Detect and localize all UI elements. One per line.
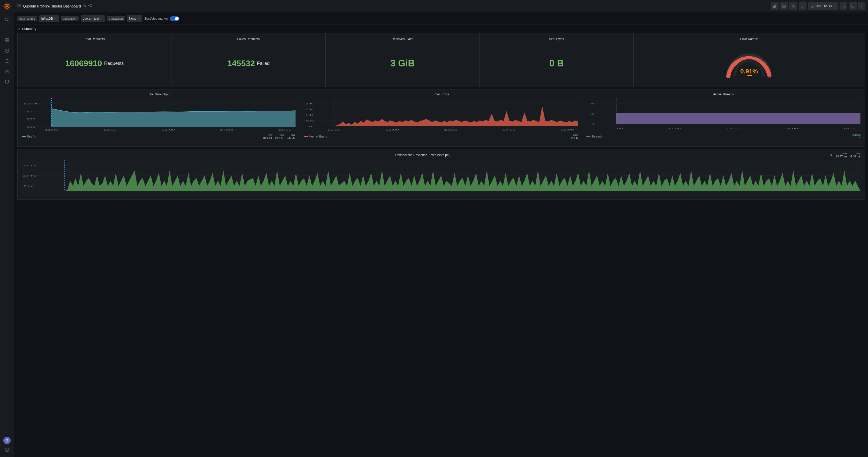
data-source-label: data_source — [17, 16, 37, 21]
application-select[interactable]: quorum test — [81, 15, 105, 22]
throughput-legend-label: Req / s — [27, 135, 36, 138]
svg-rect-13 — [5, 41, 7, 42]
plus-icon[interactable] — [2, 25, 12, 35]
failed-requests-title: Failed Requests — [177, 37, 320, 41]
throughput-min: 856.83 — [263, 136, 272, 139]
svg-rect-14 — [7, 41, 9, 42]
total-requests-value: 16069910 Requests — [23, 44, 166, 83]
errors-chart-title: Total Errors — [304, 93, 434, 96]
failed-requests-unit: Failed — [257, 61, 270, 66]
summary-section-header: Summary — [17, 27, 434, 31]
application-label: application — [61, 16, 79, 21]
svg-text:2 K: 2 K — [305, 108, 313, 111]
svg-text:5 ms: 5 ms — [24, 185, 34, 187]
throughput-svg: 1.00 K 950 900 850 11:00 12:00 13:00 14:… — [22, 98, 296, 132]
svg-point-16 — [6, 50, 7, 51]
svg-rect-21 — [20, 4, 21, 5]
throughput-chart-area: 1.00 K 950 900 850 11:00 12:00 13:00 14:… — [22, 98, 296, 132]
charts-row: Total Throughput 1.00 K 950 — [17, 89, 434, 146]
grafana-logo[interactable] — [3, 2, 11, 10]
svg-point-7 — [5, 18, 8, 21]
search-icon[interactable] — [2, 15, 12, 24]
svg-point-2 — [6, 5, 8, 7]
failed-requests-number: 145532 — [227, 59, 255, 68]
total-requests-number: 16069910 — [65, 59, 102, 68]
svg-line-28 — [90, 6, 91, 6]
throughput-chart-card: Total Throughput 1.00 K 950 — [18, 90, 300, 146]
data-source-select[interactable]: InfluxDB — [39, 15, 59, 22]
errors-chart-area: 2 K 2 K 1 K 500 0 11:00 12:00 13:00 14:0… — [304, 98, 434, 132]
svg-text:1.00 K: 1.00 K — [23, 102, 38, 105]
start-stop-label: Start/stop marker — [144, 17, 168, 21]
explore-icon[interactable] — [2, 46, 12, 55]
start-stop-toggle[interactable] — [170, 16, 179, 21]
received-bytes-number: 3 GiB — [390, 58, 414, 69]
svg-text:1 K: 1 K — [305, 114, 313, 116]
settings-icon[interactable] — [2, 67, 12, 76]
topbar: Quorum Profiling Jmeter Dashboard — [14, 0, 434, 12]
svg-text:11:00: 11:00 — [327, 128, 341, 131]
grid-icon — [17, 4, 22, 8]
start-stop-toggle-wrapper: Start/stop marker — [144, 16, 179, 21]
dashboard-title: Quorum Profiling Jmeter Dashboard — [23, 4, 81, 8]
svg-rect-59 — [304, 98, 434, 132]
response-chart-header: Transactions Response Times (95th pct) a… — [22, 152, 434, 158]
share-icon[interactable] — [88, 4, 92, 8]
response-chart-area: 15 ms 10 ms 5 ms — [22, 160, 434, 196]
svg-text:850: 850 — [26, 126, 35, 128]
response-times-card: Transactions Response Times (95th pct) a… — [17, 149, 434, 200]
svg-line-27 — [90, 5, 91, 5]
svg-text:900: 900 — [26, 118, 35, 121]
bell-icon[interactable] — [2, 56, 12, 66]
throughput-max: 964.47 — [275, 136, 284, 139]
received-bytes-value: 3 GiB — [331, 44, 434, 83]
svg-point-25 — [89, 5, 90, 6]
shield-icon[interactable] — [2, 77, 12, 86]
sidebar: G ? — [0, 0, 14, 228]
failed-requests-value: 145532 Failed — [177, 44, 320, 83]
svg-rect-20 — [18, 4, 19, 5]
errors-svg: 2 K 2 K 1 K 500 0 11:00 12:00 13:00 14:0… — [304, 98, 434, 132]
errors-legend-label: Num of Errors — [309, 135, 327, 138]
throughput-legend-line — [22, 136, 26, 137]
errors-legend-line — [304, 136, 308, 137]
throughput-avg: 937.31 — [287, 136, 296, 139]
svg-rect-22 — [18, 6, 19, 7]
throughput-chart-title: Total Throughput — [22, 93, 296, 96]
svg-rect-11 — [5, 38, 7, 40]
main-content: Summary Total Requests 16069910 Requests… — [14, 25, 434, 228]
svg-text:14:00: 14:00 — [220, 128, 233, 131]
svg-text:2 K: 2 K — [305, 102, 313, 105]
svg-text:0: 0 — [309, 125, 312, 128]
svg-rect-23 — [20, 6, 21, 7]
summary-title: Summary — [22, 27, 36, 31]
svg-text:12:00: 12:00 — [103, 128, 117, 131]
response-svg: 15 ms 10 ms 5 ms — [22, 160, 434, 196]
throughput-legend: Req / s min 856.83 max 964.47 avg 937.31 — [22, 133, 296, 139]
svg-text:500: 500 — [305, 120, 314, 122]
errors-chart-card: Total Errors 2 K 2 K 1 — [300, 90, 434, 146]
transaction-label: transaction — [107, 16, 125, 21]
svg-rect-12 — [7, 38, 9, 40]
svg-text:12:00: 12:00 — [385, 128, 399, 131]
total-requests-title: Total Requests — [23, 37, 166, 41]
response-chart-title: Transactions Response Times (95th pct) — [22, 153, 434, 157]
received-bytes-title: Received Bytes — [331, 37, 434, 41]
svg-text:10 ms: 10 ms — [23, 174, 36, 177]
dashboard-icon[interactable] — [2, 36, 12, 45]
summary-row: Total Requests 16069910 Requests Failed … — [17, 33, 434, 87]
total-requests-unit: Requests — [104, 61, 124, 66]
star-icon[interactable] — [83, 4, 87, 8]
total-requests-card: Total Requests 16069910 Requests — [18, 33, 172, 87]
errors-legend: Num of Errors total 146 K — [304, 133, 434, 139]
svg-text:15:00: 15:00 — [278, 128, 291, 131]
svg-text:13:00: 13:00 — [161, 128, 175, 131]
filterbar: data_source InfluxDB application quorum … — [14, 12, 434, 25]
svg-text:950: 950 — [26, 110, 35, 113]
failed-requests-card: Failed Requests 145532 Failed — [172, 33, 326, 87]
received-bytes-card: Received Bytes 3 GiB — [326, 33, 434, 87]
svg-text:11:00: 11:00 — [45, 128, 58, 131]
transaction-select[interactable]: None — [127, 15, 142, 22]
svg-point-26 — [91, 6, 92, 7]
svg-line-8 — [8, 21, 9, 22]
